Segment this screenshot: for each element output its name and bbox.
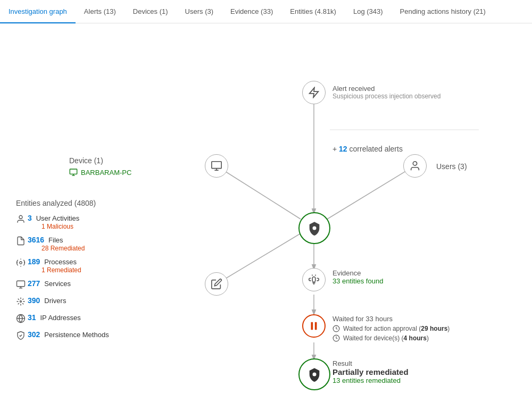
svg-marker-8 <box>310 88 319 97</box>
tab-pending[interactable]: Pending actions history (21) <box>392 0 494 23</box>
tab-users[interactable]: Users (3) <box>177 0 222 23</box>
entity-services: 277 Services <box>16 279 109 291</box>
svg-rect-9 <box>212 162 221 169</box>
svg-point-29 <box>313 373 317 376</box>
svg-line-4 <box>217 166 301 219</box>
tab-alerts[interactable]: Alerts (13) <box>76 0 124 23</box>
svg-point-18 <box>20 262 22 264</box>
alert-info: Alert received Suspicious process inject… <box>332 85 440 100</box>
svg-point-17 <box>19 215 22 219</box>
users-label: Users (3) <box>436 162 467 171</box>
device-node[interactable] <box>205 154 228 178</box>
svg-rect-26 <box>315 322 317 330</box>
svg-point-22 <box>20 301 22 303</box>
svg-point-16 <box>313 227 317 230</box>
user-activities-icon <box>16 214 28 225</box>
entity-files: 3616 Files 28 Remediated <box>16 236 109 252</box>
tab-investigation-graph[interactable]: Investigation graph <box>0 0 76 23</box>
ip-addresses-icon <box>16 314 28 325</box>
entity-user-activities: 3 User Activities 1 Malicious <box>16 214 109 230</box>
tab-devices[interactable]: Devices (1) <box>124 0 177 23</box>
entities-node[interactable] <box>205 272 228 296</box>
evidence-node[interactable] <box>302 268 326 291</box>
svg-line-6 <box>217 233 301 284</box>
svg-rect-19 <box>17 281 25 287</box>
drivers-icon <box>16 297 28 308</box>
result-info: Result Partially remediated 13 entities … <box>332 359 409 384</box>
entity-ip-addresses: 31 IP Addresses <box>16 313 109 325</box>
evidence-info: Evidence 33 entities found <box>332 269 383 285</box>
services-icon <box>16 280 28 291</box>
correlated-alerts[interactable]: + 12 correlated alerts <box>332 145 403 153</box>
main-content: Alert received Suspicious process inject… <box>0 23 532 402</box>
wait-info: Waited for 33 hours Waited for action ap… <box>332 315 450 342</box>
persistence-methods-icon <box>16 331 28 342</box>
main-incident-node[interactable] <box>298 212 330 244</box>
entity-drivers: 390 Drivers <box>16 296 109 308</box>
processes-icon <box>16 258 28 269</box>
device-section: Device (1) BARBARAM-PC <box>69 156 131 177</box>
alert-node[interactable] <box>302 81 326 104</box>
wait-node[interactable] <box>302 314 326 338</box>
svg-line-5 <box>327 166 414 219</box>
users-node[interactable] <box>403 154 427 178</box>
tab-log[interactable]: Log (343) <box>345 0 392 23</box>
files-icon <box>16 236 28 247</box>
svg-point-15 <box>413 162 417 165</box>
result-node[interactable] <box>298 358 330 390</box>
svg-rect-25 <box>311 322 313 330</box>
tab-entities[interactable]: Entities (4.81k) <box>281 0 345 23</box>
entities-analyzed-section: Entities analyzed (4808) 3 User Activiti… <box>16 199 109 347</box>
tab-evidence[interactable]: Evidence (33) <box>222 0 281 23</box>
navigation-tabs: Investigation graph Alerts (13) Devices … <box>0 0 532 23</box>
entity-processes: 189 Processes 1 Remediated <box>16 257 109 274</box>
svg-rect-12 <box>70 169 77 174</box>
entity-persistence-methods: 302 Persistence Methods <box>16 330 109 342</box>
